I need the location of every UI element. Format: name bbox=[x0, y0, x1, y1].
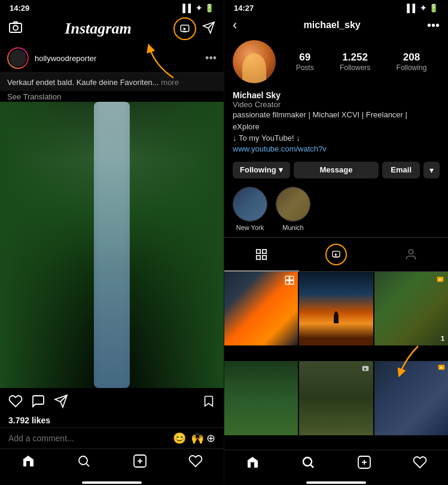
heart-nav-right[interactable] bbox=[413, 455, 427, 472]
comment-button[interactable] bbox=[31, 394, 45, 412]
profile-bio: Michael Sky Video Creator passionate fil… bbox=[224, 89, 448, 159]
highlight-newyork-image bbox=[233, 187, 267, 222]
grid-item-3[interactable]: 1 bbox=[374, 272, 448, 345]
highlight-munich[interactable]: Munich bbox=[276, 187, 310, 231]
following-stat: 208 Following bbox=[397, 51, 427, 72]
ad-text-bar: Verkauf endet bald. Kaufe deine Favorite… bbox=[0, 73, 224, 91]
svg-rect-20 bbox=[286, 276, 289, 280]
following-label: Following bbox=[397, 63, 427, 72]
followers-count: 1.252 bbox=[342, 51, 368, 63]
posts-label: Posts bbox=[296, 63, 314, 72]
grid-badge-3 bbox=[436, 275, 444, 286]
instagram-logo: Instagram bbox=[23, 20, 173, 38]
bio-name: Michael Sky bbox=[233, 90, 440, 100]
story-more-dots[interactable]: ••• bbox=[205, 52, 217, 65]
following-count: 208 bbox=[403, 51, 420, 63]
following-button[interactable]: Following ▾ bbox=[233, 162, 290, 178]
emoji-button-2[interactable]: 🙌 bbox=[191, 432, 204, 445]
followers-label: Followers bbox=[340, 63, 370, 72]
profile-username: michael_sky bbox=[304, 20, 361, 31]
grid-item-1[interactable] bbox=[224, 272, 298, 345]
grid-item-4[interactable] bbox=[224, 361, 298, 435]
profile-more-button[interactable]: ••• bbox=[427, 19, 440, 32]
add-emoji-button[interactable]: ⊕ bbox=[206, 432, 215, 445]
like-button[interactable] bbox=[8, 394, 23, 412]
svg-rect-3 bbox=[183, 32, 187, 33]
home-nav-left[interactable] bbox=[21, 454, 35, 472]
svg-rect-22 bbox=[286, 280, 289, 284]
home-nav-right[interactable] bbox=[245, 455, 260, 472]
send-icon[interactable] bbox=[202, 21, 215, 37]
svg-line-28 bbox=[311, 465, 313, 468]
post-actions bbox=[0, 388, 224, 414]
emoji-button[interactable]: 😊 bbox=[173, 432, 186, 445]
profile-info-row: 69 Posts 1.252 Followers 208 Following bbox=[224, 38, 448, 89]
grid-count-3: 1 bbox=[441, 335, 444, 342]
left-time: 14:29 bbox=[10, 4, 29, 13]
home-bar bbox=[82, 481, 142, 484]
profile-avatar[interactable] bbox=[233, 40, 276, 83]
svg-point-19 bbox=[409, 249, 413, 253]
search-nav-left[interactable] bbox=[77, 454, 91, 472]
grid-badge-6 bbox=[437, 363, 446, 373]
arrow-annotation bbox=[138, 36, 185, 86]
grid-item-2[interactable] bbox=[299, 272, 373, 345]
grid-item-5[interactable] bbox=[299, 361, 373, 435]
profile-tabs bbox=[224, 237, 448, 272]
bio-title: Video Creator bbox=[233, 100, 440, 109]
tab-tagged[interactable] bbox=[373, 238, 448, 271]
see-translation[interactable]: See Translation bbox=[0, 91, 224, 102]
create-nav-left[interactable] bbox=[133, 454, 147, 472]
bio-desc-line2: eXplore bbox=[233, 121, 440, 133]
message-button[interactable]: Message bbox=[294, 162, 379, 178]
home-bar-right bbox=[306, 481, 366, 484]
right-header: ‹ michael_sky ••• bbox=[224, 15, 448, 38]
right-panel: 14:27 ▌▌ ✦ 🔋 ‹ michael_sky ••• 69 Posts … bbox=[224, 0, 448, 485]
right-status-icons: ▌▌ ✦ 🔋 bbox=[407, 4, 438, 13]
left-header: Instagram bbox=[0, 15, 224, 45]
highlight-newyork-label: New York bbox=[236, 224, 264, 231]
bio-desc-line1: passionate filmmaker | Michael XCVI | Fr… bbox=[233, 109, 440, 121]
svg-point-27 bbox=[303, 457, 312, 466]
post-image bbox=[0, 102, 224, 388]
home-indicator-left bbox=[0, 479, 224, 485]
svg-rect-0 bbox=[10, 23, 22, 32]
left-status-bar: 14:29 ▌▌ ✦ 🔋 bbox=[0, 0, 224, 15]
dropdown-button[interactable]: ▾ bbox=[423, 162, 440, 178]
left-bottom-nav bbox=[0, 448, 224, 479]
bio-link[interactable]: www.youtube.com/watch?v bbox=[233, 144, 440, 153]
svg-rect-14 bbox=[263, 249, 266, 253]
email-button[interactable]: Email bbox=[382, 162, 420, 178]
camera-icon[interactable] bbox=[8, 20, 23, 38]
comment-input[interactable] bbox=[8, 434, 168, 443]
home-indicator-right bbox=[224, 479, 448, 485]
posts-stat: 69 Posts bbox=[296, 51, 314, 72]
right-status-bar: 14:27 ▌▌ ✦ 🔋 bbox=[224, 0, 448, 15]
story-username: hollywoodreporter bbox=[35, 54, 96, 63]
bookmark-button[interactable] bbox=[202, 395, 215, 411]
grid-badge-1 bbox=[285, 275, 294, 287]
tab-grid[interactable] bbox=[224, 238, 299, 271]
likes-count: 3.792 likes bbox=[0, 414, 224, 428]
highlight-newyork[interactable]: New York bbox=[233, 187, 267, 231]
right-time: 14:27 bbox=[234, 4, 254, 13]
bio-desc-line3: ↓ To my YouTube! ↓ bbox=[233, 132, 440, 144]
svg-rect-15 bbox=[257, 255, 260, 259]
highlights-row: New York Munich bbox=[224, 184, 448, 237]
stats-row: 69 Posts 1.252 Followers 208 Following bbox=[283, 51, 440, 72]
comment-input-row: 😊 🙌 ⊕ bbox=[0, 428, 224, 448]
search-nav-right[interactable] bbox=[301, 455, 315, 472]
heart-nav-left[interactable] bbox=[188, 454, 203, 472]
share-button[interactable] bbox=[54, 394, 68, 412]
story-bar: hollywoodreporter ••• bbox=[0, 45, 224, 73]
svg-rect-13 bbox=[257, 249, 260, 253]
story-avatar[interactable] bbox=[7, 47, 29, 69]
tab-igtv[interactable] bbox=[299, 238, 374, 271]
create-nav-right[interactable] bbox=[357, 455, 371, 472]
highlight-munich-image bbox=[276, 187, 310, 222]
svg-point-1 bbox=[13, 26, 18, 31]
back-button[interactable]: ‹ bbox=[233, 17, 237, 33]
svg-line-9 bbox=[87, 464, 89, 466]
svg-rect-21 bbox=[290, 276, 294, 280]
svg-rect-23 bbox=[290, 280, 294, 284]
